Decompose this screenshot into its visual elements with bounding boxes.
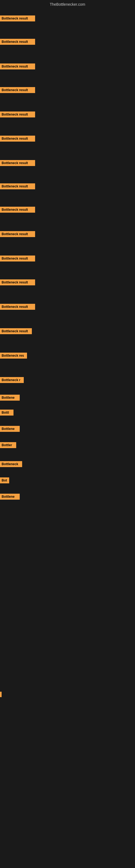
bottleneck-result-item[interactable]: Bottleneck result bbox=[0, 160, 35, 166]
bottleneck-result-item[interactable]: Bottleneck bbox=[0, 461, 22, 467]
bottleneck-result-item[interactable]: Bottleneck result bbox=[0, 231, 35, 237]
bottleneck-result-item[interactable]: Bottleneck result bbox=[0, 255, 35, 261]
bottleneck-result-item[interactable]: Bottlene bbox=[0, 395, 20, 401]
bottleneck-result-item[interactable]: Bottleneck result bbox=[0, 63, 35, 69]
bottleneck-result-item[interactable]: Bottleneck result bbox=[0, 207, 35, 213]
bottleneck-result-item[interactable]: Bottleneck res bbox=[0, 352, 27, 359]
bottleneck-result-item[interactable]: Bottleneck result bbox=[0, 183, 35, 189]
site-header: TheBottlenecker.com bbox=[0, 0, 135, 8]
bottleneck-result-item[interactable]: Bottleneck result bbox=[0, 279, 35, 285]
bottleneck-result-item[interactable]: Bottleneck result bbox=[0, 112, 35, 118]
bottleneck-result-item[interactable]: Bottlene bbox=[0, 426, 20, 432]
bottleneck-result-item[interactable]: Bottleneck result bbox=[0, 39, 35, 45]
bottleneck-result-item[interactable]: Bottleneck result bbox=[0, 87, 35, 93]
bottleneck-result-item[interactable]: Bottler bbox=[0, 442, 16, 448]
small-indicator bbox=[0, 692, 2, 697]
site-title: TheBottlenecker.com bbox=[0, 0, 135, 8]
bottleneck-result-item[interactable]: Bottlene bbox=[0, 494, 20, 500]
bottleneck-result-item[interactable]: Bottleneck result bbox=[0, 328, 32, 334]
bottleneck-result-item[interactable]: Bottleneck result bbox=[0, 135, 35, 142]
bottleneck-result-item[interactable]: Bottleneck result bbox=[0, 304, 35, 310]
bottleneck-result-item[interactable]: Bottleneck r bbox=[0, 377, 24, 383]
bottleneck-result-item[interactable]: Bot bbox=[0, 477, 9, 484]
bottleneck-result-item[interactable]: Bottl bbox=[0, 410, 13, 415]
bottleneck-result-item[interactable]: Bottleneck result bbox=[0, 16, 35, 22]
